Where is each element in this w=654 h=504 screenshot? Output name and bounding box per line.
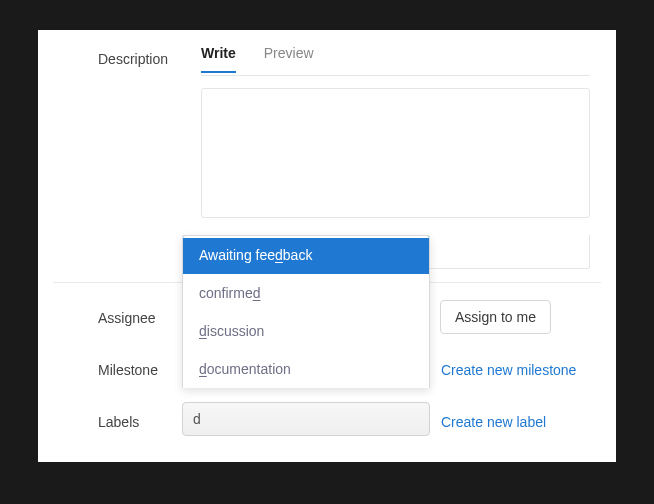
create-label-link[interactable]: Create new label (441, 414, 546, 430)
labels-search-input[interactable] (182, 402, 430, 436)
assign-to-me-button[interactable]: Assign to me (440, 300, 551, 334)
tab-preview[interactable]: Preview (264, 45, 314, 73)
tab-underline (201, 75, 590, 76)
dropdown-item-1[interactable]: confirmed (183, 274, 429, 312)
tab-write[interactable]: Write (201, 45, 236, 73)
description-label: Description (98, 51, 168, 67)
labels-label: Labels (98, 414, 139, 430)
create-milestone-link[interactable]: Create new milestone (441, 362, 576, 378)
dropdown-item-0[interactable]: Awaiting feedback (183, 236, 429, 274)
labels-autocomplete-dropdown: Awaiting feedbackconfirmeddiscussiondocu… (182, 235, 430, 388)
description-tabs: Write Preview (201, 45, 314, 73)
assignee-label: Assignee (98, 310, 156, 326)
dropdown-item-3[interactable]: documentation (183, 350, 429, 388)
dropdown-item-2[interactable]: discussion (183, 312, 429, 350)
issue-form-panel: Description Write Preview sh, for exampl… (38, 30, 616, 462)
milestone-label: Milestone (98, 362, 158, 378)
description-textarea[interactable] (201, 88, 590, 218)
